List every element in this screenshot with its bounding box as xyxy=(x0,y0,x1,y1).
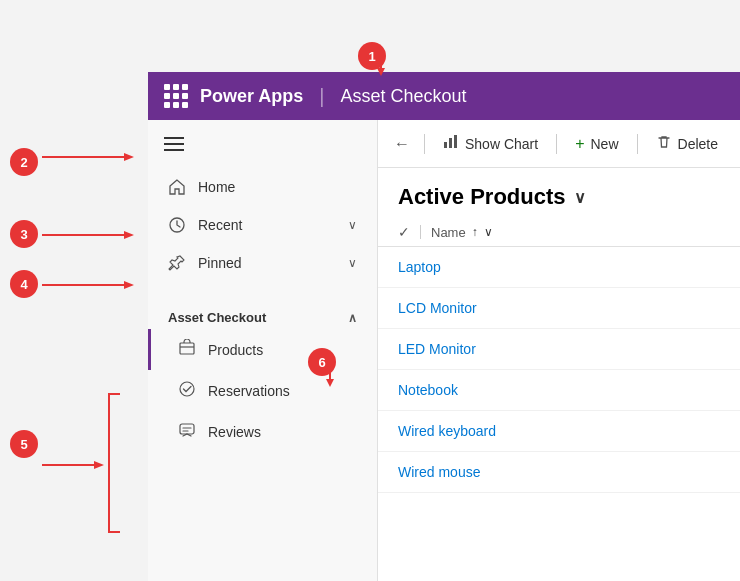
sidebar-header xyxy=(148,120,377,168)
delete-icon xyxy=(656,134,672,153)
delete-button[interactable]: Delete xyxy=(644,128,730,159)
spacer xyxy=(148,282,377,294)
annotation-1: 1 xyxy=(358,42,386,70)
pinned-chevron: ∨ xyxy=(348,256,357,270)
svg-marker-9 xyxy=(326,379,334,387)
svg-point-14 xyxy=(180,382,194,396)
svg-rect-15 xyxy=(180,424,194,434)
toolbar-divider-3 xyxy=(637,134,638,154)
content-header: Active Products ∨ xyxy=(378,168,740,218)
list-item[interactable]: Wired mouse xyxy=(378,452,740,493)
nav-label-recent: Recent xyxy=(198,217,336,233)
arrow-4 xyxy=(42,278,142,292)
plus-icon: + xyxy=(575,135,584,153)
annotation-5: 5 xyxy=(10,430,38,458)
annotation-2: 2 xyxy=(10,148,38,176)
nav-label-home: Home xyxy=(198,179,357,195)
svg-marker-3 xyxy=(124,153,134,161)
waffle-dot xyxy=(164,84,170,90)
column-divider xyxy=(420,225,421,239)
pin-icon xyxy=(168,254,186,272)
nav-label-pinned: Pinned xyxy=(198,255,336,271)
list-item[interactable]: LED Monitor xyxy=(378,329,740,370)
show-chart-label: Show Chart xyxy=(465,136,538,152)
sort-asc-icon[interactable]: ↑ xyxy=(472,225,478,239)
show-chart-button[interactable]: Show Chart xyxy=(431,128,550,159)
svg-rect-17 xyxy=(449,138,452,148)
svg-rect-13 xyxy=(180,343,194,354)
toolbar-divider-2 xyxy=(556,134,557,154)
waffle-dot xyxy=(182,93,188,99)
sidebar-item-reviews-label: Reviews xyxy=(208,424,261,440)
chart-icon xyxy=(443,134,459,153)
recent-chevron: ∨ xyxy=(348,218,357,232)
annotation-3: 3 xyxy=(10,220,38,248)
hamburger-line xyxy=(164,143,184,145)
new-button[interactable]: + New xyxy=(563,129,630,159)
section-name: Asset Checkout xyxy=(341,86,467,107)
column-header-row: ✓ Name ↑ ∨ xyxy=(378,218,740,247)
sidebar-item-products[interactable]: Products xyxy=(148,329,377,370)
reviews-icon xyxy=(178,421,196,442)
svg-marker-7 xyxy=(124,281,134,289)
header-chevron-down[interactable]: ∨ xyxy=(574,188,586,207)
arrow-5 xyxy=(42,458,112,472)
waffle-dot xyxy=(173,93,179,99)
sidebar-item-reviews[interactable]: Reviews xyxy=(148,411,377,452)
hamburger-line xyxy=(164,149,184,151)
main-container: Home Recent ∨ Pinned ∨ xyxy=(148,120,740,581)
sidebar-item-products-label: Products xyxy=(208,342,263,358)
waffle-dot xyxy=(182,84,188,90)
reservations-icon xyxy=(178,380,196,401)
sidebar-item-reservations-label: Reservations xyxy=(208,383,290,399)
hamburger-button[interactable] xyxy=(164,137,184,151)
svg-marker-1 xyxy=(377,68,385,76)
nav-item-home[interactable]: Home xyxy=(148,168,377,206)
products-icon xyxy=(178,339,196,360)
waffle-dot xyxy=(164,93,170,99)
waffle-dot xyxy=(173,84,179,90)
sidebar-item-reservations[interactable]: Reservations xyxy=(148,370,377,411)
delete-label: Delete xyxy=(678,136,718,152)
waffle-dot xyxy=(173,102,179,108)
sort-desc-icon[interactable]: ∨ xyxy=(484,225,493,239)
annotation-6: 6 xyxy=(308,348,336,376)
sidebar: Home Recent ∨ Pinned ∨ xyxy=(148,120,378,581)
checkmark-icon: ✓ xyxy=(398,224,410,240)
topbar: Power Apps | Asset Checkout xyxy=(148,72,740,120)
svg-marker-5 xyxy=(124,231,134,239)
list-item[interactable]: Laptop xyxy=(378,247,740,288)
waffle-dot xyxy=(182,102,188,108)
back-icon: ← xyxy=(394,135,410,153)
nav-item-recent[interactable]: Recent ∨ xyxy=(148,206,377,244)
list-item[interactable]: Notebook xyxy=(378,370,740,411)
svg-marker-11 xyxy=(94,461,104,469)
topbar-divider: | xyxy=(319,85,324,108)
new-label: New xyxy=(591,136,619,152)
list-item[interactable]: LCD Monitor xyxy=(378,288,740,329)
arrow-2 xyxy=(42,150,142,164)
nav-item-pinned[interactable]: Pinned ∨ xyxy=(148,244,377,282)
name-column-label[interactable]: Name xyxy=(431,225,466,240)
app-name: Power Apps xyxy=(200,86,303,107)
svg-rect-16 xyxy=(444,142,447,148)
back-button[interactable]: ← xyxy=(386,129,418,159)
section-label-asset-checkout: Asset Checkout ∧ xyxy=(148,294,377,329)
svg-rect-18 xyxy=(454,135,457,148)
waffle-menu-button[interactable] xyxy=(164,84,188,108)
recent-icon xyxy=(168,216,186,234)
toolbar-divider-1 xyxy=(424,134,425,154)
section-chevron-up: ∧ xyxy=(348,311,357,325)
hamburger-line xyxy=(164,137,184,139)
waffle-dot xyxy=(164,102,170,108)
list-item[interactable]: Wired keyboard xyxy=(378,411,740,452)
content-title: Active Products xyxy=(398,184,566,210)
content-area: ← Show Chart + New xyxy=(378,120,740,581)
arrow-3 xyxy=(42,228,142,242)
annotation-4: 4 xyxy=(10,270,38,298)
toolbar: ← Show Chart + New xyxy=(378,120,740,168)
home-icon xyxy=(168,178,186,196)
